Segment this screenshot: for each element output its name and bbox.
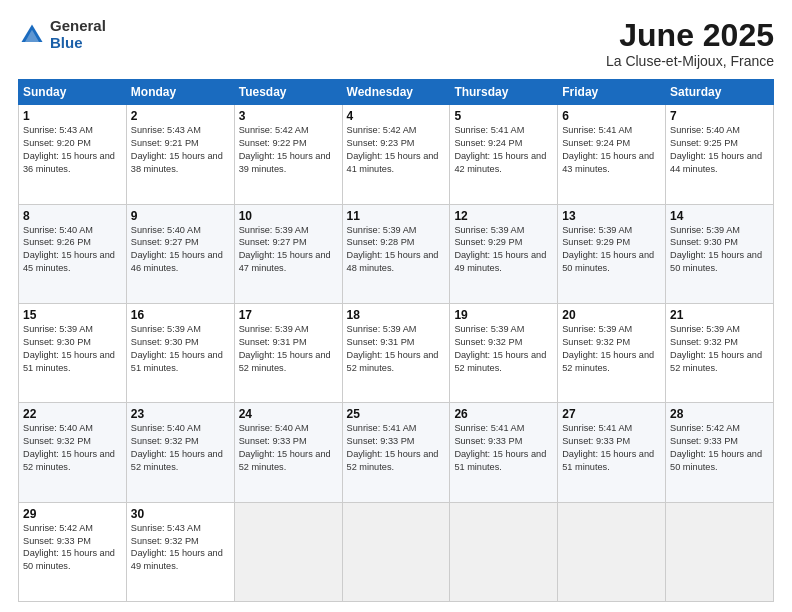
day-info: Sunrise: 5:42 AM Sunset: 9:33 PM Dayligh… [670,422,769,474]
day-number: 17 [239,308,338,322]
sunrise-label: Sunrise: 5:43 AM [23,125,93,135]
day-info: Sunrise: 5:39 AM Sunset: 9:32 PM Dayligh… [562,323,661,375]
daylight-label: Daylight: 15 hours and 52 minutes. [239,449,331,472]
sunrise-label: Sunrise: 5:40 AM [239,423,309,433]
sunset-label: Sunset: 9:29 PM [562,237,630,247]
daylight-label: Daylight: 15 hours and 36 minutes. [23,151,115,174]
day-info: Sunrise: 5:43 AM Sunset: 9:32 PM Dayligh… [131,522,230,574]
sunset-label: Sunset: 9:20 PM [23,138,91,148]
table-row: 12 Sunrise: 5:39 AM Sunset: 9:29 PM Dayl… [450,204,558,303]
daylight-label: Daylight: 15 hours and 50 minutes. [670,250,762,273]
day-info: Sunrise: 5:42 AM Sunset: 9:33 PM Dayligh… [23,522,122,574]
table-row [342,502,450,601]
sunset-label: Sunset: 9:23 PM [347,138,415,148]
table-row: 14 Sunrise: 5:39 AM Sunset: 9:30 PM Dayl… [666,204,774,303]
day-number: 30 [131,507,230,521]
header: General Blue June 2025 La Cluse-et-Mijou… [18,18,774,69]
sunset-label: Sunset: 9:33 PM [23,536,91,546]
day-number: 19 [454,308,553,322]
day-info: Sunrise: 5:43 AM Sunset: 9:21 PM Dayligh… [131,124,230,176]
day-number: 26 [454,407,553,421]
daylight-label: Daylight: 15 hours and 44 minutes. [670,151,762,174]
col-wednesday: Wednesday [342,80,450,105]
sunset-label: Sunset: 9:30 PM [670,237,738,247]
day-number: 20 [562,308,661,322]
sunrise-label: Sunrise: 5:39 AM [670,324,740,334]
table-row: 15 Sunrise: 5:39 AM Sunset: 9:30 PM Dayl… [19,303,127,402]
table-row: 29 Sunrise: 5:42 AM Sunset: 9:33 PM Dayl… [19,502,127,601]
sunset-label: Sunset: 9:24 PM [562,138,630,148]
logo-text: General Blue [50,18,106,51]
logo-general: General [50,18,106,35]
day-info: Sunrise: 5:39 AM Sunset: 9:29 PM Dayligh… [454,224,553,276]
daylight-label: Daylight: 15 hours and 52 minutes. [23,449,115,472]
day-info: Sunrise: 5:39 AM Sunset: 9:30 PM Dayligh… [131,323,230,375]
logo-blue: Blue [50,35,106,52]
day-number: 4 [347,109,446,123]
daylight-label: Daylight: 15 hours and 52 minutes. [131,449,223,472]
calendar-row: 1 Sunrise: 5:43 AM Sunset: 9:20 PM Dayli… [19,105,774,204]
daylight-label: Daylight: 15 hours and 51 minutes. [454,449,546,472]
daylight-label: Daylight: 15 hours and 46 minutes. [131,250,223,273]
table-row: 27 Sunrise: 5:41 AM Sunset: 9:33 PM Dayl… [558,403,666,502]
day-number: 14 [670,209,769,223]
sunrise-label: Sunrise: 5:40 AM [23,423,93,433]
day-number: 3 [239,109,338,123]
day-info: Sunrise: 5:41 AM Sunset: 9:33 PM Dayligh… [562,422,661,474]
sunset-label: Sunset: 9:26 PM [23,237,91,247]
daylight-label: Daylight: 15 hours and 38 minutes. [131,151,223,174]
sunrise-label: Sunrise: 5:43 AM [131,125,201,135]
table-row: 17 Sunrise: 5:39 AM Sunset: 9:31 PM Dayl… [234,303,342,402]
day-number: 28 [670,407,769,421]
table-row [558,502,666,601]
daylight-label: Daylight: 15 hours and 50 minutes. [23,548,115,571]
logo: General Blue [18,18,106,51]
daylight-label: Daylight: 15 hours and 50 minutes. [562,250,654,273]
calendar-row: 29 Sunrise: 5:42 AM Sunset: 9:33 PM Dayl… [19,502,774,601]
daylight-label: Daylight: 15 hours and 52 minutes. [239,350,331,373]
calendar-row: 15 Sunrise: 5:39 AM Sunset: 9:30 PM Dayl… [19,303,774,402]
table-row: 18 Sunrise: 5:39 AM Sunset: 9:31 PM Dayl… [342,303,450,402]
day-info: Sunrise: 5:41 AM Sunset: 9:33 PM Dayligh… [347,422,446,474]
day-info: Sunrise: 5:39 AM Sunset: 9:31 PM Dayligh… [239,323,338,375]
sunrise-label: Sunrise: 5:42 AM [23,523,93,533]
day-info: Sunrise: 5:40 AM Sunset: 9:32 PM Dayligh… [131,422,230,474]
day-number: 10 [239,209,338,223]
calendar-row: 22 Sunrise: 5:40 AM Sunset: 9:32 PM Dayl… [19,403,774,502]
sunrise-label: Sunrise: 5:39 AM [454,324,524,334]
sunset-label: Sunset: 9:25 PM [670,138,738,148]
day-info: Sunrise: 5:42 AM Sunset: 9:22 PM Dayligh… [239,124,338,176]
table-row [450,502,558,601]
sunrise-label: Sunrise: 5:39 AM [347,324,417,334]
sunrise-label: Sunrise: 5:43 AM [131,523,201,533]
sunrise-label: Sunrise: 5:42 AM [670,423,740,433]
table-row: 23 Sunrise: 5:40 AM Sunset: 9:32 PM Dayl… [126,403,234,502]
page: General Blue June 2025 La Cluse-et-Mijou… [0,0,792,612]
table-row [234,502,342,601]
sunset-label: Sunset: 9:32 PM [23,436,91,446]
daylight-label: Daylight: 15 hours and 43 minutes. [562,151,654,174]
day-number: 13 [562,209,661,223]
daylight-label: Daylight: 15 hours and 52 minutes. [347,350,439,373]
sunrise-label: Sunrise: 5:40 AM [23,225,93,235]
day-number: 21 [670,308,769,322]
calendar-body: 1 Sunrise: 5:43 AM Sunset: 9:20 PM Dayli… [19,105,774,602]
table-row: 13 Sunrise: 5:39 AM Sunset: 9:29 PM Dayl… [558,204,666,303]
day-info: Sunrise: 5:40 AM Sunset: 9:27 PM Dayligh… [131,224,230,276]
day-number: 23 [131,407,230,421]
day-info: Sunrise: 5:39 AM Sunset: 9:30 PM Dayligh… [23,323,122,375]
daylight-label: Daylight: 15 hours and 48 minutes. [347,250,439,273]
day-info: Sunrise: 5:39 AM Sunset: 9:32 PM Dayligh… [454,323,553,375]
col-monday: Monday [126,80,234,105]
table-row: 2 Sunrise: 5:43 AM Sunset: 9:21 PM Dayli… [126,105,234,204]
title-block: June 2025 La Cluse-et-Mijoux, France [606,18,774,69]
day-number: 6 [562,109,661,123]
table-row: 6 Sunrise: 5:41 AM Sunset: 9:24 PM Dayli… [558,105,666,204]
day-number: 5 [454,109,553,123]
table-row: 20 Sunrise: 5:39 AM Sunset: 9:32 PM Dayl… [558,303,666,402]
table-row: 28 Sunrise: 5:42 AM Sunset: 9:33 PM Dayl… [666,403,774,502]
table-row: 19 Sunrise: 5:39 AM Sunset: 9:32 PM Dayl… [450,303,558,402]
sunrise-label: Sunrise: 5:39 AM [23,324,93,334]
table-row: 1 Sunrise: 5:43 AM Sunset: 9:20 PM Dayli… [19,105,127,204]
day-number: 12 [454,209,553,223]
